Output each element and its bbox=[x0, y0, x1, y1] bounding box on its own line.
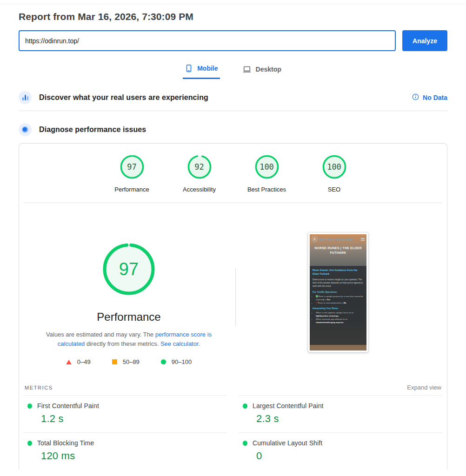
legend-range: 0–49 bbox=[77, 358, 91, 365]
site-yesno-list: ✓Rune in upright position (or a rune tha… bbox=[313, 295, 364, 304]
field-data-title: Discover what your real users are experi… bbox=[39, 93, 208, 102]
desktop-laptop-icon bbox=[242, 65, 252, 73]
legend-range: 90–100 bbox=[172, 358, 192, 365]
metric-value: 2.3 s bbox=[256, 413, 442, 425]
metrics-grid: First Contentful Paint 1.2 s Largest Con… bbox=[24, 395, 442, 469]
site-header: Norse Runes | The Elder Futhark bbox=[310, 234, 366, 243]
score-value: 100 bbox=[321, 153, 348, 180]
site-intro: Draw a rune to receive insight on your q… bbox=[313, 278, 364, 288]
legend-fail: 0–49 bbox=[66, 358, 91, 365]
list-item: When a rune appears upright, focus on it… bbox=[316, 311, 364, 317]
performance-score-value: 97 bbox=[102, 242, 156, 296]
tab-desktop-label: Desktop bbox=[256, 66, 281, 73]
performance-heading: Performance bbox=[97, 311, 160, 324]
performance-gauge: 97 bbox=[102, 242, 156, 296]
tab-mobile[interactable]: Mobile bbox=[183, 61, 220, 79]
red-triangle-icon bbox=[66, 360, 72, 364]
green-circle-icon bbox=[161, 359, 166, 364]
score-value: 97 bbox=[119, 153, 146, 180]
no-data-label: No Data bbox=[423, 94, 447, 101]
hamburger-menu-icon bbox=[361, 237, 365, 241]
tab-mobile-label: Mobile bbox=[197, 65, 218, 72]
metric-name: Largest Contentful Paint bbox=[253, 402, 324, 410]
metric-first-contentful-paint[interactable]: First Contentful Paint 1.2 s bbox=[24, 395, 227, 432]
cross-icon: ✗ bbox=[316, 302, 318, 304]
lab-data-title: Diagnose performance issues bbox=[39, 126, 146, 134]
diagnose-icon bbox=[19, 123, 32, 136]
check-icon: ✓ bbox=[316, 295, 318, 298]
score-best-practices[interactable]: 100 Best Practices bbox=[240, 153, 293, 193]
performance-gauge-column: 97 Performance Values are estimated and … bbox=[24, 203, 234, 365]
score-label: Best Practices bbox=[247, 186, 286, 193]
tab-desktop[interactable]: Desktop bbox=[240, 61, 283, 79]
pagespeed-report: Report from Mar 16, 2026, 7:30:09 PM Ana… bbox=[0, 11, 466, 469]
disclaimer-text: Values are estimated and may vary. The bbox=[46, 331, 155, 338]
analyze-button[interactable]: Analyze bbox=[402, 30, 447, 51]
metric-name: Cumulative Layout Shift bbox=[253, 439, 322, 447]
orange-square-icon bbox=[112, 359, 117, 364]
performance-detail: 97 Performance Values are estimated and … bbox=[24, 203, 442, 365]
metrics-title: METRICS bbox=[25, 385, 53, 390]
see-calculator-link[interactable]: See calculator. bbox=[160, 340, 200, 347]
metric-name: First Contentful Paint bbox=[37, 402, 99, 410]
site-logo-icon bbox=[312, 236, 318, 242]
pass-dot-icon bbox=[243, 441, 247, 446]
metric-value: 120 ms bbox=[41, 450, 227, 462]
legend-range: 50–89 bbox=[123, 358, 140, 365]
site-content-panel: Rune Oracle: Get Guidance from the Elder… bbox=[310, 266, 366, 345]
score-label: Accessibility bbox=[183, 186, 216, 193]
section-divider bbox=[19, 111, 447, 111]
score-label: Performance bbox=[114, 186, 149, 193]
score-label: SEO bbox=[328, 186, 340, 193]
real-users-icon bbox=[19, 91, 32, 104]
report-title: Report from Mar 16, 2026, 7:30:09 PM bbox=[19, 11, 447, 22]
site-yesno-heading: For Yes/No Questions: bbox=[313, 291, 364, 293]
field-data-section: Discover what your real users are experi… bbox=[19, 91, 447, 104]
score-performance[interactable]: 97 Performance bbox=[105, 153, 159, 193]
expand-view-button[interactable]: Expand view bbox=[407, 384, 441, 391]
score-value: 92 bbox=[186, 153, 213, 180]
device-tabs: Mobile Desktop bbox=[19, 61, 447, 79]
disclaimer-text: directly from these metrics. bbox=[85, 340, 160, 347]
page-screenshot-thumbnail[interactable]: Norse Runes | The Elder Futhark NORSE RU… bbox=[308, 232, 368, 352]
list-item: When reversed, pay attention to its shad… bbox=[316, 317, 364, 324]
metrics-header: METRICS Expand view bbox=[24, 384, 442, 391]
score-value: 100 bbox=[253, 153, 280, 180]
pass-dot-icon bbox=[243, 403, 247, 409]
metric-largest-contentful-paint[interactable]: Largest Contentful Paint 2.3 s bbox=[239, 395, 442, 432]
metric-cumulative-layout-shift[interactable]: Cumulative Layout Shift 0 bbox=[239, 432, 442, 469]
metric-total-blocking-time[interactable]: Total Blocking Time 120 ms bbox=[24, 432, 227, 469]
category-scores: 97 Performance 92 Accessibility bbox=[24, 144, 442, 193]
score-seo[interactable]: 100 SEO bbox=[307, 153, 361, 193]
site-hero-title: NORSE RUNES | THE ELDER FUTHARK bbox=[310, 246, 366, 255]
top-divider bbox=[0, 4, 466, 4]
score-legend: 0–49 50–89 90–100 bbox=[66, 358, 192, 365]
screenshot-column: Norse Runes | The Elder Futhark NORSE RU… bbox=[234, 203, 442, 365]
mobile-phone-icon bbox=[185, 64, 193, 73]
site-h2: Rune Oracle: Get Guidance from the Elder… bbox=[313, 268, 364, 276]
pass-dot-icon bbox=[27, 441, 32, 446]
legend-pass: 90–100 bbox=[161, 358, 192, 365]
screenshot-content: Norse Runes | The Elder Futhark NORSE RU… bbox=[310, 234, 366, 350]
report-card: 97 Performance 92 Accessibility bbox=[19, 143, 447, 469]
column-divider bbox=[235, 268, 236, 326]
no-data-link[interactable]: No Data bbox=[412, 93, 447, 102]
metric-value: 0 bbox=[256, 450, 442, 462]
metric-name: Total Blocking Time bbox=[37, 439, 94, 447]
lab-data-section: Diagnose performance issues bbox=[19, 123, 447, 136]
url-input[interactable] bbox=[19, 30, 396, 51]
info-icon bbox=[412, 93, 419, 102]
list-item: ✗Rune in reversed position = No bbox=[316, 301, 364, 304]
pass-dot-icon bbox=[27, 403, 32, 409]
url-bar: Analyze bbox=[19, 30, 447, 51]
metric-value: 1.2 s bbox=[41, 413, 227, 425]
site-brand-link: Norse Runes | The Elder Futhark bbox=[319, 238, 359, 241]
legend-average: 50–89 bbox=[112, 358, 140, 365]
site-interpret-heading: Interpreting Your Rune: bbox=[313, 307, 364, 310]
site-interpret-list: When a rune appears upright, focus on it… bbox=[313, 311, 364, 324]
score-disclaimer: Values are estimated and may vary. The p… bbox=[34, 330, 224, 349]
list-item: ✓Rune in upright position (or a rune tha… bbox=[316, 295, 364, 301]
score-accessibility[interactable]: 92 Accessibility bbox=[173, 153, 226, 193]
